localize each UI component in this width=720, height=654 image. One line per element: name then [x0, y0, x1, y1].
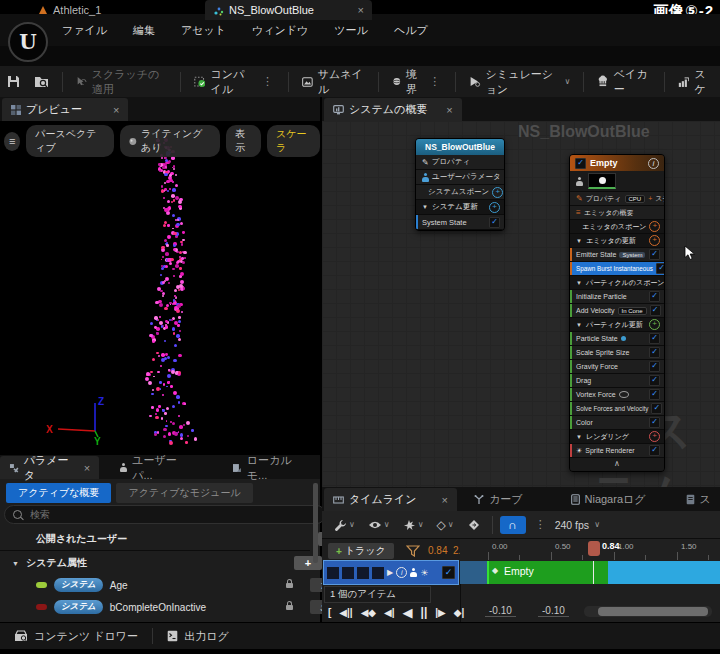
collapse-arrow-icon[interactable]: ▼ [576, 322, 583, 328]
module-enabled-checkbox[interactable]: ✓ [649, 361, 660, 372]
track-post-segment[interactable] [608, 561, 720, 584]
system-node[interactable]: NS_BlowOutBlue ✎ プロパティ ユーザーパラメータ システムスポー… [415, 138, 505, 231]
parameter-row-age[interactable]: システム Age 7 [0, 575, 346, 595]
track-lane[interactable]: ◆ Empty [460, 561, 720, 584]
step-forward-button[interactable]: |▶ [435, 607, 446, 618]
lighting-pill[interactable]: ライティングあり [120, 125, 219, 157]
module-enabled-checkbox[interactable]: ✓ [489, 217, 500, 228]
fps-selector[interactable]: 240 fps ∨ [555, 519, 600, 531]
add-module-icon[interactable]: + [649, 221, 660, 232]
output-log-button[interactable]: 出力ログ [153, 623, 243, 649]
perspective-pill[interactable]: パースペクティブ [26, 125, 114, 157]
tab-system-overview[interactable]: システムの概要 × [324, 98, 462, 121]
emitter-spawn-group[interactable]: エミッタのスポーン + [570, 220, 664, 234]
add-stage-icon[interactable]: + [492, 187, 503, 198]
horizontal-scrollbar[interactable] [584, 606, 712, 617]
vertical-scrollbar[interactable] [313, 483, 318, 563]
visibility-eye-icon[interactable] [619, 391, 629, 398]
thumbnail-button[interactable]: サムネイル [295, 66, 372, 97]
module-gravity-force[interactable]: Gravity Force ✓ [570, 360, 664, 374]
tab-local-modules[interactable]: ローカルモ... [223, 456, 320, 479]
content-drawer-button[interactable]: コンテンツ ドロワー [0, 623, 152, 649]
keyframe-diamond-icon[interactable]: ◆ [492, 566, 498, 575]
module-initialize-particle[interactable]: Initialize Particle ✓ [570, 290, 664, 304]
add-renderer-icon[interactable]: + [649, 431, 660, 442]
module-enabled-checkbox[interactable]: ✓ [651, 403, 662, 414]
end-time-value[interactable]: 2.0 [453, 545, 460, 556]
menu-tools[interactable]: ツール [330, 23, 372, 38]
compile-more-options-icon[interactable]: ⋮ [260, 75, 275, 88]
module-enabled-checkbox[interactable]: ✓ [649, 347, 660, 358]
browse-button[interactable] [27, 66, 56, 97]
simulation-button[interactable]: シミュレーション ∨ [462, 66, 577, 97]
emitter-update-group[interactable]: ▼ エミッタの更新 + [570, 234, 664, 248]
emitter-track-header[interactable]: ▶ i ☀ ✓ [324, 561, 458, 584]
module-enabled-checkbox[interactable]: ✓ [649, 389, 660, 400]
tab-athletic-1[interactable]: Athletic_1 [30, 0, 109, 20]
auto-key-button[interactable] [467, 519, 481, 531]
render-group[interactable]: ▼ レンダリング + [570, 430, 664, 444]
add-module-icon[interactable]: + [649, 235, 660, 246]
module-add-velocity[interactable]: Add Velocity In Cone ✓ [570, 304, 664, 318]
module-enabled-checkbox[interactable]: ✓ [649, 249, 660, 260]
tab-ns-blowoutblue[interactable]: NS_BlowOutBlue × [205, 0, 372, 20]
user-parameters-row[interactable]: ユーザーパラメータ [416, 170, 504, 185]
particle-update-group[interactable]: ▼ パーティクル更新 + [570, 318, 664, 332]
particle-spawn-group[interactable]: ▼ パーティクルのスポーン + [570, 276, 664, 290]
menu-file[interactable]: ファイル [58, 23, 111, 38]
emitter-enabled-checkbox[interactable]: ✓ [575, 158, 586, 169]
menu-edit[interactable]: 編集 [129, 23, 159, 38]
active-overview-filter-button[interactable]: アクティブな概要 [6, 483, 111, 503]
tab-user-parameters[interactable]: ユーザーパ... [111, 456, 205, 479]
module-system-state[interactable]: System State ✓ [416, 215, 504, 230]
overview-graph[interactable]: NS_BlowOutBlue システム NS_BlowOutBlue ✎ プロパ… [322, 121, 720, 487]
tab-partial[interactable]: ス [677, 488, 720, 511]
current-time-value[interactable]: 0.84 [428, 545, 447, 556]
close-tab-icon[interactable]: × [113, 104, 119, 116]
collapse-arrow-icon[interactable]: ▼ [422, 204, 429, 210]
scrollbar-thumb[interactable] [598, 607, 708, 616]
module-particle-state[interactable]: Particle State ✓ [570, 332, 664, 346]
add-stage-icon[interactable]: + [489, 202, 500, 213]
timeline-ruler[interactable]: 0.00 0.50 1.00 1.50 0.84 [460, 539, 720, 562]
published-users-section[interactable]: 公開されたユーザー + [0, 529, 346, 549]
module-scale-sprite-size[interactable]: Scale Sprite Size ✓ [570, 346, 664, 360]
playback-options-button[interactable]: ∨ [403, 519, 424, 531]
module-enabled-checkbox[interactable]: ✓ [656, 263, 665, 274]
collapse-arrow-icon[interactable]: ▼ [576, 434, 583, 440]
emitter-properties-row[interactable]: ✎ プロパティ CPU + ステージ [570, 192, 664, 206]
collapse-node-button[interactable]: ∧ [570, 458, 664, 471]
view-options-button[interactable]: ∨ [368, 520, 390, 530]
scalability-button[interactable]: スケ [671, 66, 720, 97]
baker-button[interactable]: ベイカー [590, 66, 658, 97]
parameter-row-bcompleteoninactive[interactable]: システム bCompleteOnInactive 3 [0, 597, 346, 617]
info-icon[interactable]: i [396, 567, 407, 578]
emitter-thumbnail[interactable] [588, 173, 616, 189]
playhead-marker[interactable] [588, 541, 600, 556]
add-module-icon[interactable]: + [649, 319, 660, 330]
module-sprite-renderer[interactable]: ☀ Sprite Renderer ✓ [570, 444, 664, 458]
expand-arrow-icon[interactable]: ▶ [387, 568, 393, 577]
module-vortex-force[interactable]: Vortex Force ✓ [570, 388, 664, 402]
snap-more-options-icon[interactable]: ⋮ [533, 518, 548, 531]
emitter-summary-row[interactable]: ≡ エミッタの概要 [570, 206, 664, 220]
filter-funnel-icon[interactable] [406, 545, 420, 557]
add-track-button[interactable]: + トラック [328, 543, 394, 559]
snap-magnet-button[interactable]: ∩ [500, 516, 526, 534]
collapse-arrow-icon[interactable]: ▼ [576, 238, 583, 244]
module-solve-forces-velocity[interactable]: Solve Forces and Velocity ✓ [570, 402, 664, 416]
menu-window[interactable]: ウィンドウ [248, 23, 312, 38]
tab-parameters[interactable]: パラメータ × [0, 456, 99, 479]
tab-niagara-log[interactable]: Niagaraログ [562, 488, 655, 511]
bounds-more-options-icon[interactable]: ⋮ [427, 75, 442, 88]
view-start-field[interactable]: -0.10 [485, 605, 516, 617]
system-spawn-group[interactable]: システムスポーン + [416, 185, 504, 200]
next-key-button[interactable]: ◆| [454, 607, 465, 618]
keyframe-options-button[interactable]: ◇ ∨ [437, 518, 454, 532]
show-pill[interactable]: 表示 [226, 125, 261, 157]
sequencer-settings-button[interactable]: ∨ [334, 519, 355, 531]
previous-key-button[interactable]: ◀◆ [361, 607, 376, 618]
to-front-button[interactable]: ◀|| [339, 607, 352, 618]
close-tab-icon[interactable]: × [442, 494, 448, 506]
module-enabled-checkbox[interactable]: ✓ [650, 305, 661, 316]
